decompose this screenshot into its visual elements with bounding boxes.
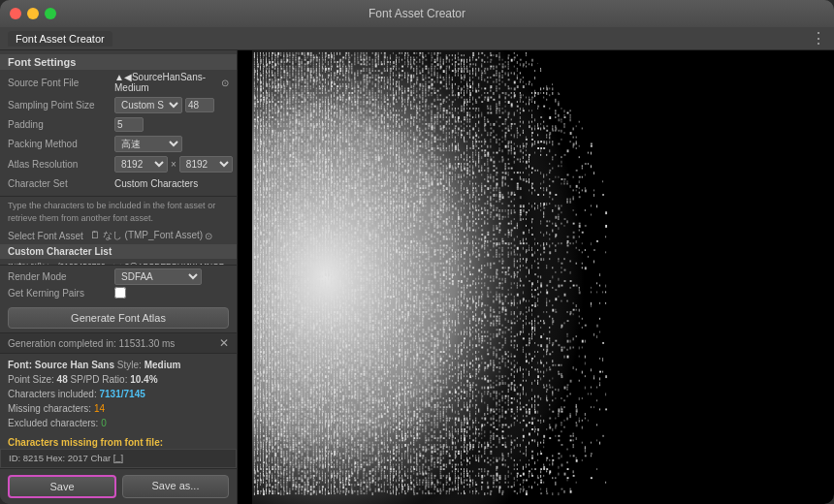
svg-rect-7703 [316,306,317,308]
svg-rect-11776 [534,439,535,442]
svg-rect-9858 [357,377,358,379]
generate-btn[interactable]: Generate Font Atlas [8,307,229,329]
svg-rect-12355 [440,459,442,461]
svg-rect-12951 [493,480,495,482]
save-as-button[interactable]: Save as... [122,475,229,498]
svg-rect-9735 [428,373,429,375]
close-button[interactable] [10,8,21,19]
svg-rect-3460 [387,165,388,167]
svg-rect-1325 [401,94,402,96]
svg-rect-8687 [490,337,491,340]
padding-input[interactable] [114,117,144,132]
svg-rect-1922 [410,114,411,116]
svg-rect-12799 [440,475,442,477]
svg-rect-3891 [440,178,442,180]
svg-rect-868 [407,79,408,80]
svg-rect-3698 [523,172,524,173]
svg-rect-1006 [455,83,456,85]
svg-rect-2260 [440,125,441,127]
svg-rect-7307 [440,294,442,296]
svg-rect-6035 [272,251,273,253]
svg-rect-10935 [378,413,379,415]
svg-rect-7977 [316,316,317,318]
svg-rect-365 [328,63,329,65]
svg-rect-1794 [416,110,417,111]
save-button[interactable]: Save [8,475,116,498]
svg-rect-10608 [416,402,417,404]
svg-rect-1921 [399,114,400,116]
svg-rect-2967 [540,147,542,149]
svg-rect-4988 [274,216,275,218]
svg-rect-11621 [410,435,412,437]
svg-rect-12784 [367,475,368,477]
svg-rect-1124 [401,87,402,89]
svg-rect-6543 [490,267,491,268]
minimize-button[interactable] [27,8,39,19]
font-asset-text[interactable]: 🗒 なし (TMP_Font Asset) [90,229,203,242]
svg-rect-1310 [348,94,349,96]
svg-rect-4421 [399,196,401,198]
svg-rect-5245 [257,225,258,227]
source-font-icon[interactable]: ⊙ [221,78,229,88]
svg-rect-9302 [299,360,300,362]
svg-rect-2365 [322,130,323,132]
atlas-res-h-select[interactable]: 8192 [179,156,233,173]
svg-rect-3438 [299,165,300,167]
svg-rect-9316 [351,360,352,362]
svg-rect-2030 [310,118,312,120]
sampling-number[interactable]: 48 [185,98,214,112]
packing-select[interactable]: 高速 [114,136,182,152]
status-close-icon[interactable]: ✕ [219,336,229,350]
svg-rect-3134 [381,154,382,156]
svg-rect-1820 [266,112,267,114]
svg-rect-11765 [458,439,459,442]
atlas-res-w-select[interactable]: 8192 [114,156,168,173]
svg-rect-7581 [399,302,400,304]
svg-rect-361 [313,63,314,65]
svg-rect-7491 [345,300,347,302]
svg-rect-1717 [375,108,376,110]
svg-rect-3907 [529,178,529,180]
svg-rect-12037 [567,449,568,451]
svg-rect-12143 [378,453,379,455]
svg-rect-2043 [367,118,368,120]
svg-rect-3075 [372,152,373,154]
svg-rect-2539 [481,134,482,136]
svg-rect-7954 [531,313,532,316]
kerning-checkbox[interactable] [114,287,126,299]
svg-rect-2892 [508,145,509,148]
svg-rect-4170 [493,187,495,189]
svg-rect-3714 [292,173,293,175]
menu-dots[interactable]: ⋮ [811,29,826,47]
svg-rect-8867 [410,344,411,346]
svg-rect-11610 [369,435,370,438]
svg-rect-3590 [328,170,329,172]
svg-rect-1236 [322,92,323,94]
render-mode-select[interactable]: SDFAA [114,268,202,285]
svg-rect-11486 [345,430,347,432]
atlas-res-value: 8192 × 8192 [114,156,233,173]
sampling-select[interactable]: Custom Size [114,97,182,113]
svg-rect-11380 [481,426,482,428]
svg-rect-11758 [425,439,427,441]
missing-list[interactable]: ID: 8215 Hex: 2017 Char [‗] ID: 8219 Hex… [0,449,237,468]
svg-rect-8914 [322,347,323,349]
svg-rect-2503 [334,134,335,136]
svg-rect-810 [452,77,453,79]
svg-rect-8473 [428,331,429,333]
svg-rect-5440 [313,232,314,234]
tab-font-asset-creator[interactable]: Font Asset Creator [8,31,112,47]
svg-rect-8609 [432,335,433,337]
svg-rect-4700 [520,205,522,207]
svg-rect-788 [369,77,371,79]
svg-rect-11005 [401,415,402,417]
svg-rect-1211 [478,90,479,92]
svg-rect-6725 [410,273,411,275]
svg-rect-11187 [266,422,268,424]
svg-rect-9574 [313,368,314,370]
svg-rect-2363 [316,130,317,132]
svg-rect-10955 [502,413,503,415]
maximize-button[interactable] [45,8,56,19]
svg-rect-4117 [274,187,275,189]
svg-rect-9348 [508,360,509,362]
